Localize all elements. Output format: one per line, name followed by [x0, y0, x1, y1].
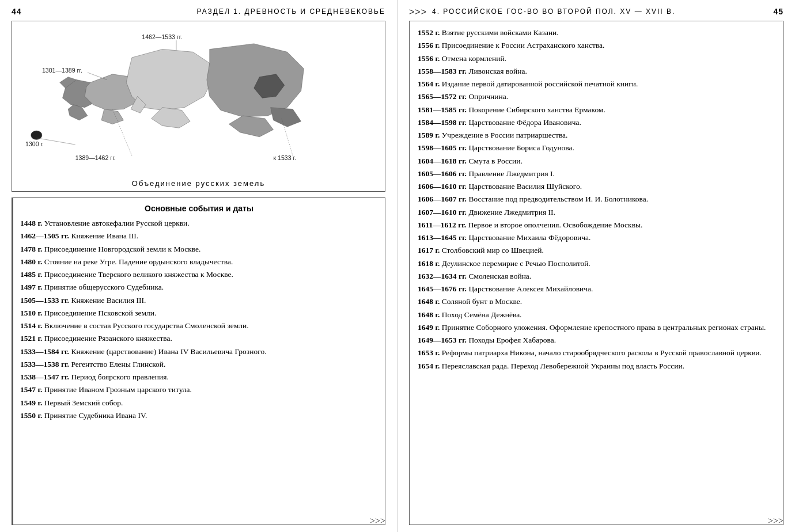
left-page-title: РАЗДЕЛ 1. ДРЕВНОСТЬ И СРЕДНЕВЕКОВЬЕ [197, 7, 385, 16]
event-item: 1648 г. Соляной бунт в Москве. [418, 296, 775, 307]
left-page: 44 РАЗДЕЛ 1. ДРЕВНОСТЬ И СРЕДНЕВЕКОВЬЕ 1… [0, 0, 398, 532]
map-region-1462-1533 [126, 40, 212, 128]
event-item: 1552 г. Взятие русскими войсками Казани. [418, 27, 775, 39]
svg-line-1 [112, 109, 132, 156]
map-svg: 1462—1533 гг. 1301—1389 гг. 1300 г. 1389… [18, 27, 379, 177]
right-nav-next[interactable]: >>> [768, 516, 783, 526]
event-item: 1514 г. Включение в состав Русского госу… [20, 320, 378, 332]
event-item: 1611—1612 гг. Первое и второе ополчения.… [418, 219, 775, 231]
event-item: 1606—1610 гг. Царствование Василия Шуйск… [418, 181, 775, 192]
event-item: 1645—1676 гг. Царствование Алексея Михай… [418, 283, 775, 295]
right-content-box: 1552 г. Взятие русскими войсками Казани.… [409, 21, 783, 525]
event-item: 1565—1572 гг. Опричнина. [418, 91, 775, 102]
event-item: 1649 г. Принятие Соборного уложения. Офо… [418, 322, 775, 333]
event-item: 1564 г. Издание первой датированной росс… [418, 78, 775, 90]
events-box: Основные события и даты 1448 г. Установл… [12, 197, 385, 525]
event-item: 1556 г. Отмена кормлений. [418, 53, 775, 64]
event-item: 1533—1584 гг. Княжение (царствование) Ив… [20, 346, 378, 358]
event-item: 1584—1598 гг. Царствование Фёдора Иванов… [418, 117, 775, 128]
event-item: 1581—1585 гг. Покорение Сибирского ханст… [418, 104, 775, 116]
event-item: 1605—1606 гг. Правление Лжедмитрия I. [418, 168, 775, 180]
event-item: 1462—1505 гг. Княжение Ивана III. [20, 230, 378, 242]
svg-line-4 [88, 73, 107, 80]
event-item: 1497 г. Принятие общерусского Судебника. [20, 282, 378, 293]
map-label-1301: 1301—1389 гг. [42, 67, 82, 74]
event-item: 1510 г. Присоединение Псковской земли. [20, 307, 378, 319]
event-item: 1550 г. Принятие Судебника Ивана IV. [20, 410, 378, 421]
left-header: 44 РАЗДЕЛ 1. ДРЕВНОСТЬ И СРЕДНЕВЕКОВЬЕ [12, 7, 385, 16]
map-label-1462: 1462—1533 гг. [142, 33, 182, 40]
svg-point-0 [31, 131, 42, 139]
event-item: 1521 г. Присоединение Рязанского княжест… [20, 333, 378, 344]
event-item: 1618 г. Деулинское перемирие с Речью Пос… [418, 258, 775, 269]
map-label-1300: 1300 г. [25, 140, 44, 147]
map-region-1300 [31, 131, 42, 139]
map-label-1389: 1389—1462 гг. [75, 154, 116, 161]
event-item: 1505—1533 гг. Княжение Василия III. [20, 295, 378, 306]
event-item: 1556 г. Присоединение к России Астраханс… [418, 40, 775, 51]
right-header: >>> 4. РОССИЙСКОЕ ГОС-ВО ВО ВТОРОЙ ПОЛ. … [409, 7, 783, 16]
map-box: 1462—1533 гг. 1301—1389 гг. 1300 г. 1389… [12, 21, 385, 192]
event-item: 1549 г. Первый Земский собор. [20, 397, 378, 409]
event-item: 1533—1538 гг. Регентство Елены Глинской. [20, 359, 378, 370]
events-title: Основные события и даты [20, 204, 378, 213]
right-page-title: 4. РОССИЙСКОЕ ГОС-ВО ВО ВТОРОЙ ПОЛ. XV —… [432, 7, 675, 16]
event-item: 1538—1547 гг. Период боярского правления… [20, 371, 378, 383]
event-item: 1547 г. Принятие Иваном Грозным царского… [20, 384, 378, 396]
event-item: 1480 г. Стояние на реке Угре. Падение ор… [20, 256, 378, 268]
right-events-list: 1552 г. Взятие русскими войсками Казани.… [418, 27, 775, 372]
left-nav-next[interactable]: >>> [370, 516, 385, 526]
event-item: 1649—1653 гг. Походы Ерофея Хабарова. [418, 335, 775, 346]
right-page-number: 45 [773, 7, 783, 16]
event-item: 1607—1610 гг. Движение Лжедмитрия II. [418, 207, 775, 218]
event-item: 1632—1634 гг. Смоленская война. [418, 271, 775, 282]
right-nav-top[interactable]: >>> [409, 7, 427, 17]
map-area: 1462—1533 гг. 1301—1389 гг. 1300 г. 1389… [18, 27, 379, 177]
event-item: 1654 г. Переяславская рада. Переход Лево… [418, 360, 775, 372]
event-item: 1485 г. Присоединение Тверского великого… [20, 269, 378, 280]
map-region-k1533 [207, 44, 304, 156]
event-item: 1617 г. Столбовский мир со Швецией. [418, 245, 775, 256]
event-item: 1598—1605 гг. Царствование Бориса Годуно… [418, 142, 775, 154]
event-item: 1604—1618 гг. Смута в России. [418, 155, 775, 167]
event-item: 1558—1583 гг. Ливонская война. [418, 66, 775, 77]
event-item: 1606—1607 гг. Восстание под предводитель… [418, 193, 775, 205]
event-item: 1448 г. Установление автокефалии Русской… [20, 218, 378, 229]
event-item: 1589 г. Учреждение в России патриаршеств… [418, 130, 775, 141]
event-item: 1478 г. Присоединение Новгородской земли… [20, 244, 378, 255]
event-item: 1653 г. Реформы патриарха Никона, начало… [418, 347, 775, 359]
event-item: 1613—1645 гг. Царствование Михаила Фёдор… [418, 232, 775, 244]
map-caption: Объединение русских земель [18, 179, 379, 188]
right-page: >>> 4. РОССИЙСКОЕ ГОС-ВО ВО ВТОРОЙ ПОЛ. … [398, 0, 795, 532]
event-item: 1648 г. Поход Семёна Дежнёва. [418, 309, 775, 321]
left-page-number: 44 [12, 7, 22, 16]
events-list: 1448 г. Установление автокефалии Русской… [20, 218, 378, 421]
